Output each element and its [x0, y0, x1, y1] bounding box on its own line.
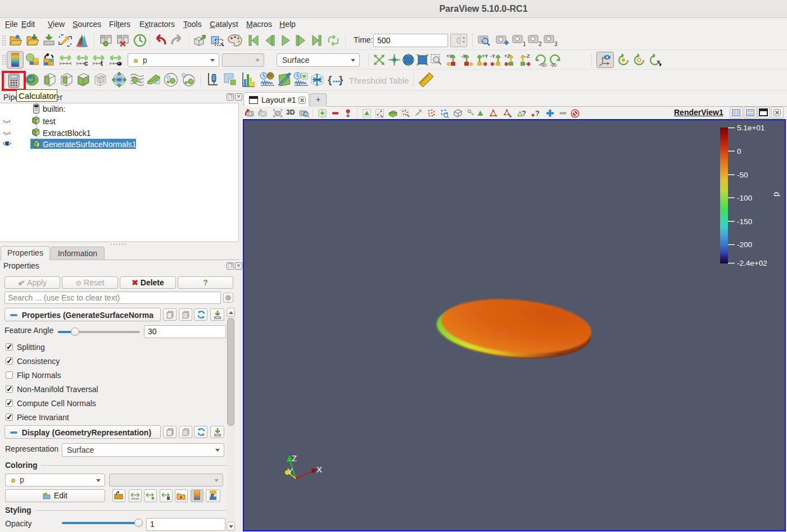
svg-text:t: t — [101, 60, 103, 66]
svg-text:+Y: +Y — [482, 53, 488, 59]
svg-text:-Y: -Y — [490, 53, 495, 59]
svg-text:-90: -90 — [550, 62, 557, 67]
svg-text:-2.4e+02: -2.4e+02 — [737, 259, 767, 267]
svg-text:e: e — [211, 492, 214, 498]
svg-text:0: 0 — [737, 147, 741, 156]
svg-text:?: ? — [535, 109, 540, 117]
svg-text:}: } — [339, 74, 343, 85]
svg-text:?: ? — [522, 109, 526, 117]
svg-text:Z: Z — [292, 453, 297, 463]
svg-text:-150: -150 — [737, 217, 752, 226]
svg-text:{: { — [328, 74, 332, 85]
svg-text:-100: -100 — [737, 194, 752, 202]
svg-text:3: 3 — [554, 41, 558, 47]
svg-text:-50: -50 — [737, 171, 748, 179]
svg-text:1: 1 — [523, 41, 526, 47]
svg-text:2: 2 — [539, 41, 542, 47]
svg-text:+90: +90 — [539, 62, 547, 67]
svg-text:c: c — [84, 60, 88, 66]
svg-text:X: X — [316, 465, 322, 474]
svg-text:p: p — [771, 192, 780, 197]
svg-text:-Z: -Z — [525, 53, 530, 59]
svg-text:5.1e+01: 5.1e+01 — [737, 124, 765, 132]
svg-text:Y: Y — [287, 466, 293, 476]
svg-text:-200: -200 — [737, 240, 752, 249]
